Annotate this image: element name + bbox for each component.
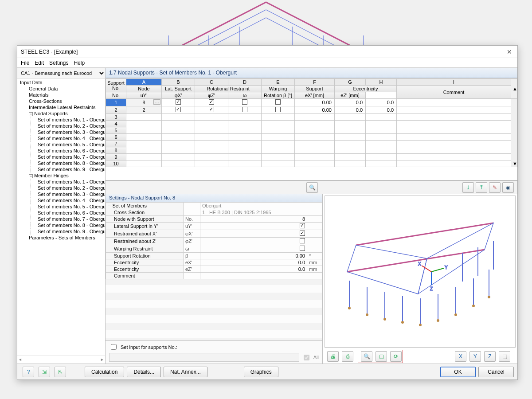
grid-empty-cell[interactable] bbox=[295, 160, 335, 167]
col-letter[interactable]: E bbox=[262, 79, 295, 86]
ok-button[interactable]: OK bbox=[440, 367, 476, 377]
supports-grid[interactable]: SupportNo. A B CD E F GH bbox=[106, 78, 517, 180]
grid-empty-cell[interactable] bbox=[262, 114, 295, 121]
grid-empty-cell[interactable] bbox=[262, 147, 295, 154]
tree-mh-item[interactable]: Set of members No. 7 - Obergurt bbox=[17, 216, 105, 222]
grid-row-header[interactable]: 1 bbox=[106, 99, 126, 106]
grid-empty-cell[interactable] bbox=[228, 141, 262, 147]
view-x-icon[interactable]: X bbox=[455, 351, 466, 362]
tree-mh-item[interactable]: Set of members No. 5 - Obergurt bbox=[17, 203, 105, 210]
grid-empty-cell[interactable] bbox=[162, 141, 195, 147]
menu-help[interactable]: Help bbox=[74, 60, 85, 66]
grid-row-header[interactable]: 8 bbox=[106, 147, 126, 154]
tree-general-data[interactable]: General Data bbox=[17, 86, 105, 92]
grid-empty-cell[interactable] bbox=[126, 127, 162, 134]
tree-ilr[interactable]: Intermediate Lateral Restraints bbox=[17, 104, 105, 110]
prop-ex[interactable]: 0.0 bbox=[200, 259, 307, 266]
tree-mh-item[interactable]: Set of members No. 2 - Obergurt bbox=[17, 185, 105, 191]
close-icon[interactable]: ✕ bbox=[505, 48, 514, 55]
grid-row-header[interactable]: 5 bbox=[106, 127, 126, 134]
grid-empty-cell[interactable] bbox=[228, 127, 262, 134]
tree-ns-item[interactable]: Set of members No. 6 - Obergurt bbox=[17, 148, 105, 154]
grid-empty-cell[interactable] bbox=[295, 141, 335, 147]
grid-num-cell[interactable]: 0.0 bbox=[335, 99, 366, 106]
grid-empty-cell[interactable] bbox=[162, 134, 195, 141]
grid-empty-cell[interactable] bbox=[195, 134, 228, 141]
grid-empty-cell[interactable] bbox=[295, 134, 335, 141]
grid-empty-cell[interactable] bbox=[366, 114, 397, 121]
grid-empty-cell[interactable] bbox=[262, 134, 295, 141]
grid-empty-cell[interactable] bbox=[162, 147, 195, 154]
grid-check-cell[interactable] bbox=[162, 99, 195, 106]
tree-mh-item[interactable]: Set of members No. 6 - Obergurt bbox=[17, 210, 105, 216]
grid-empty-cell[interactable] bbox=[162, 127, 195, 134]
grid-empty-cell[interactable] bbox=[335, 160, 366, 167]
grid-empty-cell[interactable] bbox=[228, 160, 262, 167]
tree-ns-item[interactable]: Set of members No. 8 - Obergurt bbox=[17, 160, 105, 166]
grid-empty-cell[interactable] bbox=[195, 121, 228, 127]
grid-empty-cell[interactable] bbox=[162, 121, 195, 127]
grid-empty-cell[interactable] bbox=[262, 121, 295, 127]
zoom-icon[interactable]: 🔍 bbox=[361, 351, 372, 362]
grid-empty-cell[interactable] bbox=[397, 154, 511, 160]
grid-num-cell[interactable]: 0.00 bbox=[295, 99, 335, 106]
tree-cross-sections[interactable]: Cross-Sections bbox=[17, 98, 105, 104]
grid-check-cell[interactable] bbox=[262, 106, 295, 114]
grid-empty-cell[interactable] bbox=[366, 121, 397, 127]
grid-empty-cell[interactable] bbox=[162, 160, 195, 167]
tree-collapser-icon[interactable]: − bbox=[29, 112, 33, 116]
grid-empty-cell[interactable] bbox=[397, 147, 511, 154]
tree-mh-item[interactable]: Set of members No. 3 - Obergurt bbox=[17, 191, 105, 197]
grid-num-cell[interactable]: 0.0 bbox=[366, 106, 397, 114]
col-letter[interactable]: B bbox=[162, 79, 195, 86]
model-preview[interactable]: Y X Z bbox=[325, 196, 516, 348]
all-checkbox[interactable] bbox=[304, 355, 309, 360]
grid-node-cell[interactable]: 8… bbox=[126, 99, 162, 106]
col-letter[interactable]: I bbox=[397, 79, 511, 86]
tree-nodal-supports[interactable]: −Nodal Supports bbox=[17, 110, 105, 117]
grid-check-cell[interactable] bbox=[195, 99, 228, 106]
grid-empty-cell[interactable] bbox=[295, 154, 335, 160]
import-config-icon[interactable]: ⇱ bbox=[55, 367, 66, 377]
export-excel-icon[interactable]: ⤓ bbox=[462, 182, 474, 193]
grid-empty-cell[interactable] bbox=[162, 114, 195, 121]
cancel-button[interactable]: Cancel bbox=[478, 367, 514, 377]
grid-empty-cell[interactable] bbox=[195, 160, 228, 167]
rotate-view-icon[interactable]: ⟳ bbox=[390, 351, 402, 362]
col-letter[interactable]: F bbox=[295, 79, 335, 86]
tree-member-hinges[interactable]: −Member Hinges bbox=[17, 172, 105, 179]
grid-empty-cell[interactable] bbox=[397, 127, 511, 134]
grid-empty-cell[interactable] bbox=[228, 154, 262, 160]
grid-check-cell[interactable] bbox=[195, 106, 228, 114]
grid-empty-cell[interactable] bbox=[397, 121, 511, 127]
graphics-button[interactable]: Graphics bbox=[244, 367, 278, 377]
set-input-field[interactable] bbox=[109, 353, 299, 362]
navigation-tree[interactable]: Input Data General Data Materials Cross-… bbox=[17, 78, 106, 364]
prop-rx[interactable] bbox=[200, 230, 307, 238]
fit-view-icon[interactable]: ▢ bbox=[376, 351, 387, 362]
grid-empty-cell[interactable] bbox=[295, 114, 335, 121]
grid-num-cell[interactable]: 0.00 bbox=[295, 106, 335, 114]
grid-empty-cell[interactable] bbox=[295, 127, 335, 134]
grid-empty-cell[interactable] bbox=[162, 154, 195, 160]
tree-ns-item[interactable]: Set of members No. 5 - Obergurt bbox=[17, 141, 105, 148]
grid-empty-cell[interactable] bbox=[397, 134, 511, 141]
tree-ns-item[interactable]: Set of members No. 7 - Obergurt bbox=[17, 154, 105, 160]
tree-horizontal-scrollbar[interactable]: ◄► bbox=[17, 356, 105, 363]
iso-view-icon[interactable]: ⬚ bbox=[499, 351, 510, 362]
tree-ns-item[interactable]: Set of members No. 4 - Obergurt bbox=[17, 135, 105, 141]
grid-row-header[interactable]: 3 bbox=[106, 114, 126, 121]
grid-empty-cell[interactable] bbox=[262, 141, 295, 147]
tree-collapser-icon[interactable]: − bbox=[29, 174, 33, 178]
grid-check-cell[interactable] bbox=[228, 106, 262, 114]
grid-empty-cell[interactable] bbox=[397, 160, 511, 167]
grid-row-header[interactable]: 10 bbox=[106, 160, 126, 167]
grid-empty-cell[interactable] bbox=[126, 114, 162, 121]
grid-empty-cell[interactable] bbox=[335, 127, 366, 134]
grid-check-cell[interactable] bbox=[228, 99, 262, 106]
case-selector[interactable]: CA1 - Bemessung nach Eurocod bbox=[17, 68, 106, 78]
tree-mh-item[interactable]: Set of members No. 4 - Obergurt bbox=[17, 197, 105, 203]
help-icon[interactable]: ? bbox=[23, 367, 34, 377]
grid-comment-cell[interactable] bbox=[397, 99, 511, 106]
tree-ns-item[interactable]: Set of members No. 1 - Obergurt bbox=[17, 117, 105, 123]
